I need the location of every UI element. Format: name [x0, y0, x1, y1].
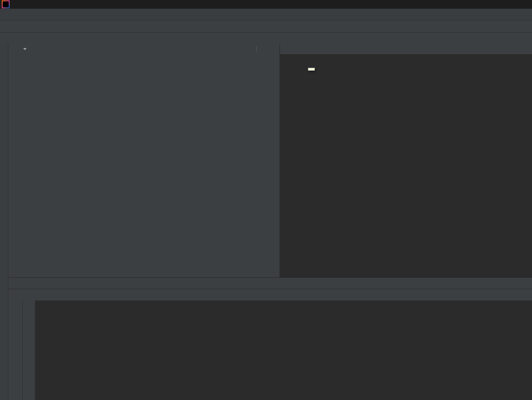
debug-session-tab-bar	[8, 278, 532, 289]
project-window-icon	[11, 45, 18, 52]
collapse-all-button[interactable]	[246, 45, 256, 53]
console-actions-column	[23, 300, 35, 400]
panel-settings-button[interactable]	[258, 45, 267, 53]
locate-file-button[interactable]	[236, 45, 246, 53]
intellij-idea-window: { "window": { "title": "prometheus - [E:…	[0, 0, 532, 400]
hide-panel-button[interactable]	[267, 45, 277, 53]
editor-panel	[280, 43, 532, 277]
project-panel-title-group[interactable]	[11, 45, 27, 52]
main-toolbar	[0, 20, 532, 33]
editor-tab-bar	[280, 43, 532, 55]
debug-actions-column	[8, 300, 23, 400]
debug-tool-window	[8, 277, 532, 400]
project-tree	[8, 55, 280, 277]
left-tool-window-strip	[0, 43, 8, 400]
chevron-down-icon[interactable]	[23, 48, 27, 50]
project-tool-window	[8, 43, 280, 277]
code-editor[interactable]	[280, 55, 532, 277]
menu-bar	[0, 9, 532, 20]
divider	[256, 46, 257, 52]
debug-content	[8, 300, 532, 400]
project-panel-header	[8, 43, 280, 55]
debug-view-tab-bar	[8, 289, 532, 301]
console-output[interactable]	[35, 300, 532, 400]
intellij-logo-icon	[2, 0, 10, 8]
breadcrumb	[0, 33, 532, 44]
title-bar	[0, 0, 532, 9]
tooltip	[308, 68, 315, 71]
